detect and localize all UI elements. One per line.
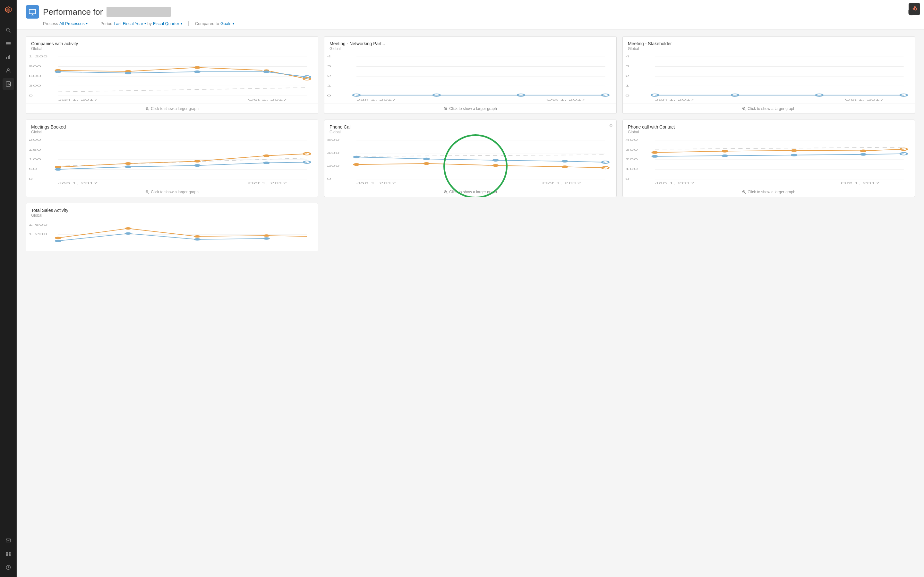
card-title: Total Sales Activity	[31, 208, 313, 213]
svg-text:800: 800	[327, 138, 340, 141]
card-footer[interactable]: Click to show a larger graph	[325, 187, 616, 197]
hubspot-topbar	[909, 3, 920, 15]
sidebar-mail[interactable]	[3, 535, 14, 546]
card-body: 200 150 100 50 0	[26, 135, 318, 187]
process-label: Process	[43, 21, 58, 26]
company-name-blurred	[107, 7, 171, 17]
svg-point-187	[194, 238, 200, 240]
sidebar	[0, 0, 17, 577]
by-dropdown[interactable]: Fiscal Quarter	[153, 21, 179, 26]
zoom-icon	[145, 190, 149, 194]
svg-text:200: 200	[327, 164, 340, 167]
svg-point-134	[353, 156, 360, 158]
svg-text:0: 0	[625, 94, 630, 97]
card-header: Phone call with Contact Global	[623, 120, 915, 135]
sidebar-menu[interactable]	[3, 38, 14, 49]
sidebar-charts[interactable]	[3, 51, 14, 63]
card-header: Meeting - Networking Part... Global	[325, 37, 616, 52]
svg-rect-9	[9, 55, 10, 59]
card-subtitle: Global	[31, 213, 313, 218]
svg-text:1: 1	[327, 84, 331, 87]
by-chevron: ▾	[181, 22, 182, 25]
svg-line-174	[745, 193, 746, 193]
sidebar-grid[interactable]	[3, 548, 14, 560]
svg-point-188	[263, 237, 270, 239]
sidebar-reports[interactable]	[3, 78, 14, 90]
svg-point-167	[722, 155, 728, 157]
card-body: 4 3 2 1 0 Jan 1, 2017 Oct 1, 2	[623, 52, 915, 103]
period-dropdown[interactable]: Last Fiscal Year	[113, 21, 143, 26]
svg-point-115	[125, 165, 132, 168]
svg-point-2	[6, 28, 9, 31]
zoom-icon	[145, 107, 149, 111]
svg-text:150: 150	[29, 148, 41, 151]
svg-rect-16	[6, 552, 8, 554]
svg-rect-18	[6, 554, 8, 556]
chart-svg: 1 600 1 200	[29, 220, 315, 250]
card-subtitle: Global	[330, 130, 611, 134]
svg-line-147	[446, 193, 447, 193]
hubspot-icon[interactable]	[909, 3, 920, 15]
svg-line-39	[58, 87, 307, 92]
card-subtitle: Global	[330, 47, 611, 51]
chart-svg: 800 400 200 0	[327, 137, 614, 185]
card-footer[interactable]: Click to show a larger graph	[623, 103, 915, 113]
footer-text: Click to show a larger graph	[748, 190, 795, 194]
svg-text:400: 400	[327, 151, 340, 155]
svg-text:Jan 1, 2017: Jan 1, 2017	[357, 181, 396, 185]
card-footer[interactable]: Click to show a larger graph	[26, 103, 318, 113]
card-footer[interactable]: Click to show a larger graph	[623, 187, 915, 197]
period-chevron: ▾	[144, 22, 146, 25]
svg-rect-17	[9, 552, 11, 554]
svg-text:300: 300	[625, 148, 638, 151]
svg-point-168	[790, 154, 797, 156]
svg-point-47	[194, 71, 200, 73]
svg-point-137	[561, 160, 568, 163]
sidebar-logo[interactable]	[3, 4, 14, 15]
svg-text:100: 100	[625, 167, 638, 171]
svg-point-162	[722, 150, 728, 153]
card-footer[interactable]: Click to show a larger graph	[26, 187, 318, 197]
svg-text:Jan 1, 2017: Jan 1, 2017	[655, 98, 695, 101]
sidebar-info[interactable]	[3, 562, 14, 573]
svg-marker-1	[6, 8, 10, 12]
svg-rect-5	[6, 43, 11, 44]
sidebar-contacts[interactable]	[3, 65, 14, 76]
svg-point-10	[7, 69, 9, 71]
card-title: Meetings Booked	[31, 124, 313, 129]
svg-point-182	[125, 227, 132, 229]
svg-line-53	[148, 109, 149, 110]
svg-line-95	[745, 109, 746, 110]
svg-text:Oct 1, 2017: Oct 1, 2017	[546, 98, 586, 101]
svg-text:3: 3	[625, 64, 630, 68]
separator-2: |	[188, 21, 189, 26]
svg-point-141	[492, 164, 499, 167]
footer-text: Click to show a larger graph	[748, 106, 795, 111]
svg-text:100: 100	[29, 158, 41, 161]
svg-text:0: 0	[327, 94, 331, 97]
footer-text: Click to show a larger graph	[151, 106, 199, 111]
footer-text: Click to show a larger graph	[449, 106, 497, 111]
svg-text:Oct 1, 2017: Oct 1, 2017	[845, 98, 884, 101]
card-phone-call: Phone Call Global ⚙ 800 400 200 0	[324, 119, 617, 197]
zoom-icon	[742, 190, 746, 194]
compared-dropdown[interactable]: Goals	[220, 21, 231, 26]
gear-button[interactable]: ⚙	[609, 123, 613, 128]
svg-rect-6	[6, 45, 11, 45]
sidebar-search[interactable]	[3, 24, 14, 36]
card-body: 1 200 900 600 300 0	[26, 52, 318, 103]
card-footer[interactable]: Click to show a larger graph	[325, 103, 616, 113]
svg-rect-7	[6, 57, 7, 59]
card-subtitle: Global	[628, 47, 909, 51]
svg-point-46	[125, 72, 132, 74]
svg-point-112	[263, 155, 270, 157]
title-text: Performance for	[43, 7, 103, 17]
card-header: Companies with activity Global	[26, 37, 318, 52]
page-title: Performance for	[43, 7, 171, 17]
svg-rect-8	[8, 56, 9, 59]
svg-point-110	[125, 162, 132, 165]
process-chevron: ▾	[86, 22, 87, 25]
card-body: 400 300 200 100 0	[623, 135, 915, 187]
process-dropdown[interactable]: All Processes	[59, 21, 85, 26]
card-header: Meeting - Stakeholder Global	[623, 37, 915, 52]
